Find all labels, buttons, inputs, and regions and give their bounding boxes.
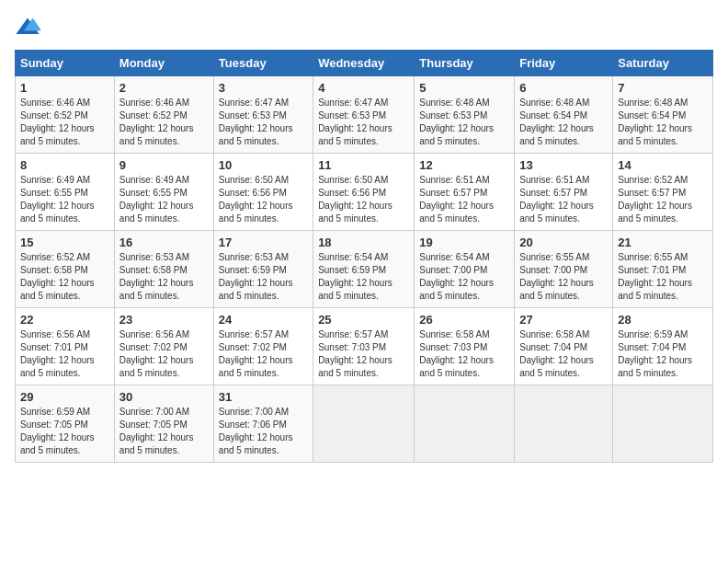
day-info: Sunrise: 6:58 AM Sunset: 7:03 PM Dayligh… — [419, 328, 509, 380]
day-number: 24 — [219, 313, 308, 327]
calendar-cell: 28 Sunrise: 6:59 AM Sunset: 7:04 PM Dayl… — [613, 308, 713, 385]
day-number: 2 — [119, 81, 209, 95]
day-info: Sunrise: 6:46 AM Sunset: 6:52 PM Dayligh… — [119, 97, 209, 148]
calendar-cell: 2 Sunrise: 6:46 AM Sunset: 6:52 PM Dayli… — [114, 76, 213, 154]
column-header-thursday: Thursday — [415, 51, 515, 76]
page-header — [15, 15, 713, 40]
day-info: Sunrise: 6:54 AM Sunset: 7:00 PM Dayligh… — [419, 251, 509, 303]
day-number: 19 — [419, 236, 509, 249]
calendar-cell: 29 Sunrise: 6:59 AM Sunset: 7:05 PM Dayl… — [16, 385, 115, 463]
calendar-cell: 7 Sunrise: 6:48 AM Sunset: 6:54 PM Dayli… — [613, 76, 713, 154]
calendar-week-4: 22 Sunrise: 6:56 AM Sunset: 7:01 PM Dayl… — [16, 308, 713, 385]
day-info: Sunrise: 6:58 AM Sunset: 7:04 PM Dayligh… — [519, 328, 608, 380]
calendar-week-5: 29 Sunrise: 6:59 AM Sunset: 7:05 PM Dayl… — [16, 385, 713, 463]
day-number: 22 — [20, 313, 109, 327]
calendar-cell: 24 Sunrise: 6:57 AM Sunset: 7:02 PM Dayl… — [213, 308, 313, 385]
calendar-cell: 20 Sunrise: 6:55 AM Sunset: 7:00 PM Dayl… — [515, 231, 613, 308]
day-info: Sunrise: 6:56 AM Sunset: 7:01 PM Dayligh… — [20, 328, 109, 380]
calendar-cell: 23 Sunrise: 6:56 AM Sunset: 7:02 PM Dayl… — [114, 308, 213, 385]
calendar-cell: 27 Sunrise: 6:58 AM Sunset: 7:04 PM Dayl… — [515, 308, 613, 385]
day-number: 17 — [219, 236, 308, 249]
calendar-week-1: 1 Sunrise: 6:46 AM Sunset: 6:52 PM Dayli… — [16, 76, 713, 154]
day-number: 31 — [219, 390, 308, 404]
calendar-cell: 22 Sunrise: 6:56 AM Sunset: 7:01 PM Dayl… — [16, 308, 115, 385]
day-number: 8 — [20, 158, 109, 172]
day-number: 5 — [419, 81, 509, 95]
day-number: 7 — [618, 81, 708, 95]
calendar-cell: 6 Sunrise: 6:48 AM Sunset: 6:54 PM Dayli… — [515, 76, 613, 154]
calendar-cell: 10 Sunrise: 6:50 AM Sunset: 6:56 PM Dayl… — [213, 154, 313, 231]
column-header-sunday: Sunday — [16, 51, 115, 76]
day-number: 13 — [519, 158, 608, 172]
day-info: Sunrise: 6:59 AM Sunset: 7:05 PM Dayligh… — [20, 406, 109, 457]
calendar-cell: 30 Sunrise: 7:00 AM Sunset: 7:05 PM Dayl… — [114, 385, 213, 463]
calendar-cell: 16 Sunrise: 6:53 AM Sunset: 6:58 PM Dayl… — [114, 231, 213, 308]
day-info: Sunrise: 6:51 AM Sunset: 6:57 PM Dayligh… — [419, 174, 509, 225]
calendar-cell: 19 Sunrise: 6:54 AM Sunset: 7:00 PM Dayl… — [415, 231, 515, 308]
column-header-friday: Friday — [515, 51, 613, 76]
calendar-cell: 25 Sunrise: 6:57 AM Sunset: 7:03 PM Dayl… — [313, 308, 415, 385]
day-number: 23 — [119, 313, 209, 327]
day-info: Sunrise: 6:52 AM Sunset: 6:57 PM Dayligh… — [618, 174, 708, 225]
day-info: Sunrise: 6:48 AM Sunset: 6:54 PM Dayligh… — [618, 97, 708, 148]
day-number: 10 — [219, 158, 308, 172]
day-number: 16 — [119, 236, 209, 249]
day-info: Sunrise: 6:48 AM Sunset: 6:53 PM Dayligh… — [419, 97, 509, 148]
day-info: Sunrise: 6:57 AM Sunset: 7:03 PM Dayligh… — [318, 328, 409, 380]
calendar-cell: 11 Sunrise: 6:50 AM Sunset: 6:56 PM Dayl… — [313, 154, 415, 231]
day-number: 3 — [219, 81, 308, 95]
day-info: Sunrise: 6:50 AM Sunset: 6:56 PM Dayligh… — [219, 174, 308, 225]
day-number: 20 — [519, 236, 608, 249]
column-header-wednesday: Wednesday — [313, 51, 415, 76]
calendar-cell — [313, 385, 415, 463]
calendar-cell: 5 Sunrise: 6:48 AM Sunset: 6:53 PM Dayli… — [415, 76, 515, 154]
day-number: 14 — [618, 158, 708, 172]
calendar-cell — [613, 385, 713, 463]
day-info: Sunrise: 6:46 AM Sunset: 6:52 PM Dayligh… — [20, 97, 109, 148]
calendar-cell: 21 Sunrise: 6:55 AM Sunset: 7:01 PM Dayl… — [613, 231, 713, 308]
calendar-cell: 1 Sunrise: 6:46 AM Sunset: 6:52 PM Dayli… — [16, 76, 115, 154]
calendar-table: SundayMondayTuesdayWednesdayThursdayFrid… — [15, 50, 713, 463]
day-info: Sunrise: 6:55 AM Sunset: 7:00 PM Dayligh… — [519, 251, 608, 303]
day-info: Sunrise: 6:47 AM Sunset: 6:53 PM Dayligh… — [318, 97, 409, 148]
calendar-cell: 26 Sunrise: 6:58 AM Sunset: 7:03 PM Dayl… — [415, 308, 515, 385]
day-number: 25 — [318, 313, 409, 327]
day-number: 28 — [618, 313, 708, 327]
calendar-cell: 3 Sunrise: 6:47 AM Sunset: 6:53 PM Dayli… — [213, 76, 313, 154]
day-number: 6 — [519, 81, 608, 95]
logo — [15, 15, 44, 40]
day-info: Sunrise: 7:00 AM Sunset: 7:06 PM Dayligh… — [219, 406, 308, 457]
calendar-cell: 8 Sunrise: 6:49 AM Sunset: 6:55 PM Dayli… — [16, 154, 115, 231]
calendar-cell: 14 Sunrise: 6:52 AM Sunset: 6:57 PM Dayl… — [613, 154, 713, 231]
day-info: Sunrise: 6:59 AM Sunset: 7:04 PM Dayligh… — [618, 328, 708, 380]
day-number: 30 — [119, 390, 209, 404]
calendar-cell: 15 Sunrise: 6:52 AM Sunset: 6:58 PM Dayl… — [16, 231, 115, 308]
day-number: 21 — [618, 236, 708, 249]
calendar-week-2: 8 Sunrise: 6:49 AM Sunset: 6:55 PM Dayli… — [16, 154, 713, 231]
calendar-cell: 9 Sunrise: 6:49 AM Sunset: 6:55 PM Dayli… — [114, 154, 213, 231]
day-number: 9 — [119, 158, 209, 172]
day-info: Sunrise: 6:53 AM Sunset: 6:58 PM Dayligh… — [119, 251, 209, 303]
calendar-cell: 17 Sunrise: 6:53 AM Sunset: 6:59 PM Dayl… — [213, 231, 313, 308]
day-number: 1 — [20, 81, 109, 95]
day-info: Sunrise: 6:53 AM Sunset: 6:59 PM Dayligh… — [219, 251, 308, 303]
day-number: 27 — [519, 313, 608, 327]
day-info: Sunrise: 6:49 AM Sunset: 6:55 PM Dayligh… — [119, 174, 209, 225]
calendar-cell: 12 Sunrise: 6:51 AM Sunset: 6:57 PM Dayl… — [415, 154, 515, 231]
day-info: Sunrise: 6:55 AM Sunset: 7:01 PM Dayligh… — [618, 251, 708, 303]
day-info: Sunrise: 6:47 AM Sunset: 6:53 PM Dayligh… — [219, 97, 308, 148]
day-number: 29 — [20, 390, 109, 404]
day-info: Sunrise: 6:51 AM Sunset: 6:57 PM Dayligh… — [519, 174, 608, 225]
day-number: 15 — [20, 236, 109, 249]
column-header-monday: Monday — [114, 51, 213, 76]
header-row: SundayMondayTuesdayWednesdayThursdayFrid… — [16, 51, 713, 76]
calendar-cell: 18 Sunrise: 6:54 AM Sunset: 6:59 PM Dayl… — [313, 231, 415, 308]
day-info: Sunrise: 7:00 AM Sunset: 7:05 PM Dayligh… — [119, 406, 209, 457]
calendar-week-3: 15 Sunrise: 6:52 AM Sunset: 6:58 PM Dayl… — [16, 231, 713, 308]
calendar-cell — [515, 385, 613, 463]
column-header-saturday: Saturday — [613, 51, 713, 76]
day-info: Sunrise: 6:54 AM Sunset: 6:59 PM Dayligh… — [318, 251, 409, 303]
calendar-cell: 4 Sunrise: 6:47 AM Sunset: 6:53 PM Dayli… — [313, 76, 415, 154]
calendar-cell: 13 Sunrise: 6:51 AM Sunset: 6:57 PM Dayl… — [515, 154, 613, 231]
day-info: Sunrise: 6:56 AM Sunset: 7:02 PM Dayligh… — [119, 328, 209, 380]
